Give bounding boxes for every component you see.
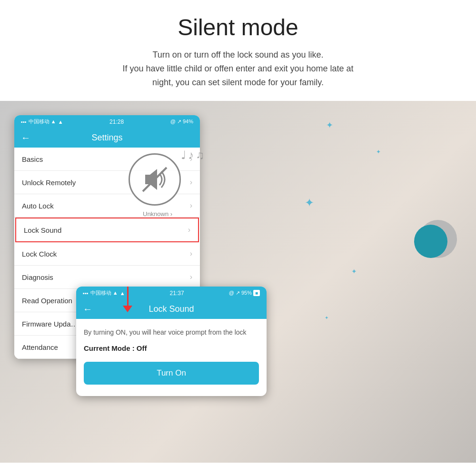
- moon-icon: [414, 225, 447, 258]
- status-time: 21:37: [170, 290, 184, 297]
- nav-title: Lock Sound: [149, 304, 194, 314]
- settings-item-lock-clock[interactable]: Lock Clock ›: [14, 242, 200, 266]
- chevron-icon: ›: [190, 273, 192, 281]
- arrow-line: [127, 287, 129, 306]
- settings-item-lock-sound[interactable]: Lock Sound ›: [15, 218, 199, 242]
- sparkle-icon: ✦: [376, 149, 381, 155]
- red-arrow: [123, 287, 132, 312]
- sparkle-icon: ✦: [326, 120, 333, 130]
- item-label: Basics: [22, 155, 43, 163]
- back-button[interactable]: ←: [83, 304, 92, 315]
- arrow-head: [123, 306, 132, 312]
- lock-sound-nav-bar: ← Lock Sound: [76, 299, 267, 319]
- item-label: Diagnosis: [22, 273, 53, 281]
- item-label: Lock Sound: [24, 226, 61, 234]
- item-label: Read Operation: [22, 297, 72, 305]
- back-button[interactable]: ←: [21, 132, 30, 143]
- subtitle: Turn on or turn off the lock sound as yo…: [29, 48, 447, 89]
- mute-icon: [129, 153, 181, 206]
- status-right: @ ↗ 94%: [170, 119, 193, 125]
- chevron-icon: ›: [188, 226, 190, 234]
- wifi-icon: ▲: [58, 119, 63, 125]
- current-mode: Current Mode : Off: [84, 344, 259, 352]
- sparkle-icon: ✦: [351, 268, 357, 275]
- signal-icon: ▪▪▪: [83, 290, 89, 296]
- item-label: Unlock Remotely: [22, 178, 76, 187]
- item-label: Auto Lock: [22, 202, 54, 210]
- item-label: Lock Clock: [22, 250, 57, 258]
- status-right: @ ↗ 95% ■: [229, 290, 260, 296]
- item-label: Firmware Upda…: [22, 320, 78, 328]
- settings-status-bar: ▪▪▪ 中国移动 ▲ ▲ 21:28 @ ↗ 94%: [14, 115, 200, 128]
- music-notes-icon: ♩♪♫: [181, 149, 206, 162]
- sparkle-icon: ✦: [305, 196, 314, 209]
- settings-item-diagnosis[interactable]: Diagnosis ›: [14, 266, 200, 289]
- page-title: Silent mode: [29, 14, 447, 40]
- top-section: Silent mode Turn on or turn off the lock…: [0, 0, 476, 101]
- item-label: Attendance: [22, 343, 58, 351]
- lock-sound-phone: ▪▪▪ 中国移动 ▲ ▲ 21:37 @ ↗ 95% ■ ← Lock Soun…: [76, 287, 267, 396]
- chevron-icon: ›: [190, 201, 192, 210]
- turn-on-button[interactable]: Turn On: [84, 362, 259, 385]
- status-left: ▪▪▪ 中国移动 ▲ ▲: [83, 289, 125, 297]
- bottom-section: ✦ ✦ ✦ ✦ ✦ ▪▪▪ 中国移动 ▲ ▲ 21:28 @ ↗ 94% ← S…: [0, 101, 476, 463]
- chevron-icon: ›: [190, 249, 192, 258]
- status-left: ▪▪▪ 中国移动 ▲ ▲: [21, 118, 63, 125]
- lock-sound-description: By turning ON, you will hear voice promp…: [84, 327, 259, 337]
- status-time: 21:28: [109, 119, 124, 125]
- battery-icon: ■: [253, 290, 260, 296]
- lock-sound-status-bar: ▪▪▪ 中国移动 ▲ ▲ 21:37 @ ↗ 95% ■: [76, 287, 267, 299]
- chevron-icon: ›: [190, 178, 192, 187]
- signal-icon: ▪▪▪: [21, 119, 27, 125]
- settings-nav-bar: ← Settings: [14, 128, 200, 148]
- sparkle-icon: ✦: [325, 315, 328, 320]
- unknown-label: Unknown ›: [143, 210, 172, 218]
- lock-sound-content: By turning ON, you will hear voice promp…: [76, 319, 267, 396]
- nav-title: Settings: [91, 133, 122, 143]
